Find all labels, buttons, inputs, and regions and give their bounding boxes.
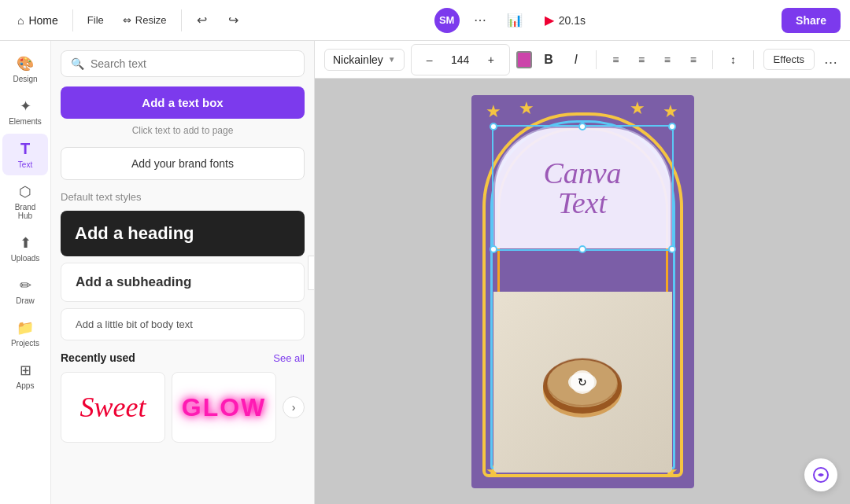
more-options-button[interactable]: ⋯ — [466, 6, 494, 35]
topbar-right: Share — [782, 8, 841, 33]
see-all-button[interactable]: See all — [273, 352, 305, 364]
undo-button[interactable]: ↩ — [188, 6, 216, 35]
sidebar-item-draw[interactable]: ✏ Draw — [2, 270, 48, 311]
present-button[interactable]: 📊 — [501, 6, 529, 35]
sidebar: 🎨 Design ✦ Elements T Text ⬡ Brand Hub ⬆… — [0, 41, 51, 504]
star-top-left: ★ — [486, 101, 501, 122]
play-icon: ▶ — [545, 13, 554, 28]
font-selector[interactable]: Nickainley ▼ — [324, 49, 405, 71]
font-preview-glow[interactable]: GLOW — [172, 372, 276, 443]
home-button[interactable]: ⌂ Home — [9, 9, 66, 31]
topbar: ⌂ Home File ⇔ Resize ↩ ↪ SM ⋯ 📊 ▶ 20.1s — [0, 0, 850, 41]
font-previews: Sweet GLOW › — [61, 372, 305, 443]
timer-button[interactable]: ▶ 20.1s — [535, 8, 595, 32]
sweet-text: Sweet — [80, 391, 146, 424]
resize-label: Resize — [135, 14, 167, 26]
sidebar-item-label: Design — [13, 75, 37, 83]
align-right-button[interactable]: ≡ — [658, 49, 678, 71]
resize-icon: ⇔ — [123, 14, 131, 26]
undo-icon: ↩ — [197, 13, 207, 28]
sidebar-item-label: Text — [18, 160, 32, 169]
redo-icon: ↪ — [228, 13, 238, 28]
selection-handle-bm[interactable] — [578, 245, 586, 253]
add-brand-fonts-button[interactable]: Add your brand fonts — [61, 147, 305, 180]
projects-icon: 📁 — [17, 319, 34, 337]
toolbar-separator-1 — [596, 50, 597, 69]
assistant-icon — [812, 466, 830, 484]
draw-icon: ✏ — [20, 277, 31, 294]
apps-icon: ⊞ — [20, 362, 31, 379]
star-top-right: ★ — [663, 101, 678, 122]
selection-box — [492, 125, 674, 251]
search-input[interactable] — [91, 57, 294, 70]
sidebar-item-design[interactable]: 🎨 Design — [2, 49, 48, 90]
selection-handle-bl[interactable] — [490, 245, 497, 253]
more-button[interactable]: … — [821, 49, 841, 71]
sidebar-item-apps[interactable]: ⊞ Apps — [2, 355, 48, 396]
recently-used-label: Recently used — [61, 351, 135, 364]
selection-handle-tr[interactable] — [668, 123, 676, 131]
font-size-plus-button[interactable]: + — [479, 48, 503, 72]
topbar-center: SM ⋯ 📊 ▶ 20.1s — [254, 6, 776, 35]
font-preview-sweet[interactable]: Sweet — [61, 372, 165, 443]
bold-button[interactable]: B — [538, 48, 560, 72]
hide-panel-button[interactable]: ‹ — [308, 256, 315, 290]
canvas-toolbar: Nickainley ▼ – + B I ≡ ≡ ≡ — [315, 41, 850, 79]
heading-style[interactable]: Add a heading — [61, 211, 305, 256]
align-left-button[interactable]: ≡ — [606, 49, 626, 71]
sidebar-item-label: Uploads — [11, 254, 40, 263]
avatar: SM — [434, 8, 460, 33]
sidebar-item-elements[interactable]: ✦ Elements — [2, 91, 48, 132]
glow-text: GLOW — [182, 393, 267, 422]
default-styles-label: Default text styles — [61, 191, 305, 203]
text-icon: T — [20, 140, 30, 158]
share-button[interactable]: Share — [782, 8, 841, 33]
canvas-viewport: ★ ★ ★ ★ ★ ★ Canva Text — [315, 79, 850, 504]
sidebar-item-uploads[interactable]: ⬆ Uploads — [2, 228, 48, 269]
color-swatch[interactable] — [516, 51, 532, 68]
align-justify-button[interactable]: ≡ — [683, 49, 703, 71]
canva-assistant-button[interactable] — [804, 458, 837, 491]
sidebar-item-label: Draw — [16, 296, 34, 305]
font-size-input[interactable] — [445, 53, 476, 66]
sidebar-item-brand-hub[interactable]: ⬡ Brand Hub — [2, 177, 48, 226]
body-style[interactable]: Add a little bit of body text — [61, 308, 305, 340]
donut-image-area: ↻ — [493, 292, 672, 473]
selection-handle-tm[interactable] — [578, 123, 586, 131]
redo-button[interactable]: ↪ — [220, 6, 248, 35]
topbar-divider-1 — [72, 9, 73, 31]
sidebar-item-label: Brand Hub — [7, 203, 43, 220]
sidebar-item-label: Elements — [9, 117, 42, 126]
add-text-box-button[interactable]: Add a text box — [61, 86, 305, 119]
align-center-button[interactable]: ≡ — [632, 49, 652, 71]
rotate-icon[interactable]: ↻ — [571, 370, 594, 394]
font-selector-arrow: ▼ — [388, 55, 396, 64]
resize-button[interactable]: ⇔ Resize — [115, 10, 175, 30]
text-panel: 🔍 Add a text box Click text to add to pa… — [51, 41, 315, 504]
selection-handle-tl[interactable] — [490, 123, 497, 131]
font-preview-arrow[interactable]: › — [283, 396, 305, 418]
canvas-area: Nickainley ▼ – + B I ≡ ≡ ≡ — [315, 41, 850, 504]
star-top-right2: ★ — [630, 98, 645, 119]
star-top-left2: ★ — [519, 98, 534, 119]
effects-button[interactable]: Effects — [763, 49, 815, 70]
card-background: ★ ★ ★ ★ ★ ★ Canva Text — [471, 95, 694, 488]
home-label: Home — [28, 14, 57, 27]
search-icon: 🔍 — [71, 57, 84, 70]
donut-placeholder: ↻ — [493, 292, 672, 473]
sidebar-item-text[interactable]: T Text — [2, 134, 48, 175]
italic-button[interactable]: I — [565, 48, 586, 72]
spacing-button[interactable]: ↕ — [722, 48, 744, 72]
font-size-box: – + — [411, 44, 510, 75]
design-icon: 🎨 — [17, 55, 34, 72]
subheading-style[interactable]: Add a subheading — [61, 263, 305, 302]
font-size-minus-button[interactable]: – — [418, 48, 442, 72]
click-hint: Click text to add to page — [61, 125, 305, 136]
selection-handle-br[interactable] — [668, 245, 676, 253]
uploads-icon: ⬆ — [20, 234, 31, 252]
sidebar-item-label: Apps — [17, 381, 35, 390]
file-button[interactable]: File — [79, 10, 112, 30]
main-layout: 🎨 Design ✦ Elements T Text ⬡ Brand Hub ⬆… — [0, 41, 850, 504]
topbar-left: ⌂ Home File ⇔ Resize ↩ ↪ — [9, 6, 248, 35]
sidebar-item-projects[interactable]: 📁 Projects — [2, 313, 48, 354]
